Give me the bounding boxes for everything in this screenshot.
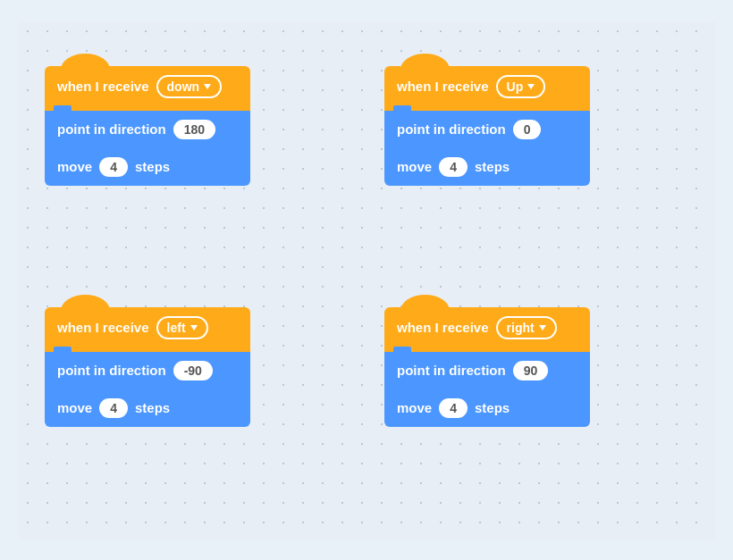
dropdown-up-value: Up <box>507 79 524 94</box>
move-suffix-up: steps <box>475 159 510 174</box>
hat-block-up: when I receive Up <box>384 66 590 111</box>
move-suffix-down: steps <box>135 159 170 174</box>
dropdown-right-value: right <box>507 321 535 335</box>
move-block-down: move 4 steps <box>45 148 250 186</box>
direction-value-right[interactable]: 90 <box>513 361 549 380</box>
block-group-right: when I receive right point in direction … <box>384 307 590 427</box>
move-label-right: move <box>397 400 432 415</box>
hat-label-left: when I receive <box>57 320 149 335</box>
dropdown-left-value: left <box>167 321 186 335</box>
dropdown-arrow-icon <box>204 84 211 89</box>
move-label-left: move <box>57 400 92 415</box>
point-direction-label-down: point in direction <box>57 121 166 137</box>
hat-block-down: when I receive down <box>45 66 250 111</box>
hat-label-down: when I receive <box>57 79 149 94</box>
block-group-left: when I receive left point in direction -… <box>45 307 250 427</box>
move-block-right: move 4 steps <box>384 389 590 427</box>
move-block-up: move 4 steps <box>384 148 590 186</box>
dropdown-down[interactable]: down <box>156 75 223 98</box>
direction-value-down[interactable]: 180 <box>173 120 215 139</box>
hat-block-left: when I receive left <box>45 307 250 352</box>
point-direction-label-up: point in direction <box>397 121 506 137</box>
block-group-down: when I receive down point in direction 1… <box>45 66 250 186</box>
hat-label-up: when I receive <box>397 79 489 94</box>
scratch-canvas: when I receive down point in direction 1… <box>18 21 715 539</box>
dropdown-arrow-icon-up <box>527 84 535 89</box>
point-direction-label-right: point in direction <box>397 363 506 378</box>
dropdown-up[interactable]: Up <box>496 75 546 98</box>
dropdown-arrow-icon-right <box>539 325 546 330</box>
move-value-up[interactable]: 4 <box>439 157 468 177</box>
move-suffix-right: steps <box>475 400 510 415</box>
move-value-left[interactable]: 4 <box>99 398 128 418</box>
point-direction-block-up: point in direction 0 <box>384 111 590 148</box>
dropdown-down-value: down <box>167 79 200 94</box>
point-direction-block-down: point in direction 180 <box>45 111 250 148</box>
move-suffix-left: steps <box>135 400 170 415</box>
dropdown-arrow-icon-left <box>190 325 198 330</box>
direction-value-left[interactable]: -90 <box>173 361 213 380</box>
move-label-up: move <box>397 159 432 174</box>
point-direction-label-left: point in direction <box>57 363 166 378</box>
move-block-left: move 4 steps <box>45 389 250 427</box>
move-value-down[interactable]: 4 <box>99 157 128 177</box>
move-label-down: move <box>57 159 92 174</box>
dropdown-left[interactable]: left <box>156 316 208 339</box>
point-direction-block-left: point in direction -90 <box>45 352 250 389</box>
point-direction-block-right: point in direction 90 <box>384 352 590 389</box>
hat-label-right: when I receive <box>397 320 489 335</box>
hat-block-right: when I receive right <box>384 307 590 352</box>
move-value-right[interactable]: 4 <box>439 398 468 418</box>
direction-value-up[interactable]: 0 <box>513 120 542 139</box>
dropdown-right[interactable]: right <box>496 316 557 339</box>
block-group-up: when I receive Up point in direction 0 m… <box>384 66 590 186</box>
